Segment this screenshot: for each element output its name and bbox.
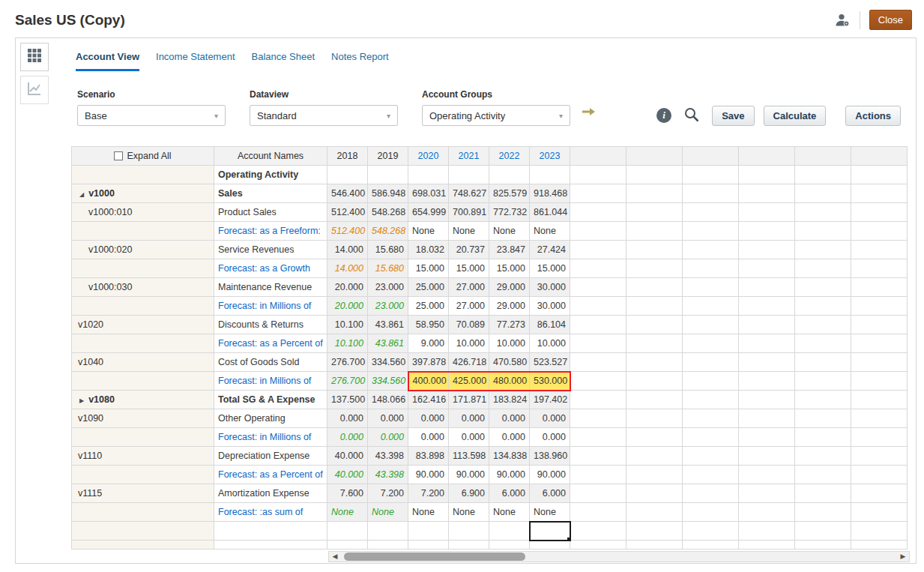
grid-cell-empty[interactable] [851, 447, 908, 466]
grid-cell-empty[interactable] [851, 372, 908, 391]
column-header-2021[interactable]: 2021 [449, 147, 489, 166]
grid-cell[interactable]: 14.000 [327, 241, 368, 259]
grid-cell-empty[interactable] [683, 541, 739, 550]
go-arrow-icon[interactable] [582, 106, 596, 121]
grid-cell-empty[interactable] [626, 278, 683, 297]
grid-cell[interactable]: 10.000 [530, 334, 570, 353]
account-id-cell[interactable] [72, 297, 214, 316]
grid-cell-empty[interactable] [570, 428, 626, 447]
grid-cell-empty[interactable] [683, 184, 739, 203]
grid-cell[interactable]: 171.871 [449, 391, 489, 409]
grid-cell-empty[interactable] [626, 409, 683, 428]
grid-cell[interactable]: 0.000 [408, 428, 449, 447]
grid-cell[interactable]: 825.579 [489, 184, 530, 203]
grid-cell-empty[interactable] [570, 278, 626, 297]
grid-cell-empty[interactable] [570, 334, 626, 353]
grid-cell-empty[interactable] [851, 241, 908, 259]
grid-cell-empty[interactable] [570, 484, 626, 503]
account-name-cell[interactable]: Sales [214, 184, 327, 203]
grid-cell-empty[interactable] [795, 316, 851, 334]
grid-cell-empty[interactable] [851, 334, 908, 353]
grid-cell-empty[interactable] [683, 241, 739, 259]
grid-cell-empty[interactable] [570, 316, 626, 334]
grid-cell[interactable]: 43.861 [368, 334, 408, 353]
grid-cell-empty[interactable] [851, 184, 908, 203]
account-name-cell[interactable] [214, 541, 327, 550]
grid-cell[interactable]: 14.000 [327, 259, 368, 278]
grid-cell[interactable]: 6.000 [530, 484, 570, 503]
grid-cell-empty[interactable] [739, 259, 795, 278]
grid-cell-empty[interactable] [795, 278, 851, 297]
grid-cell[interactable]: 7.200 [408, 484, 449, 503]
grid-cell[interactable]: 0.000 [489, 428, 530, 447]
chart-view-button[interactable] [20, 76, 49, 104]
grid-cell-empty[interactable] [626, 334, 683, 353]
grid-cell[interactable] [368, 541, 408, 550]
grid-cell-empty[interactable] [739, 503, 795, 522]
grid-cell-empty[interactable] [570, 409, 626, 428]
grid-cell[interactable]: 918.468 [530, 184, 570, 203]
grid-cell-empty[interactable] [570, 166, 626, 184]
grid-cell-empty[interactable] [739, 222, 795, 241]
grid-cell[interactable]: 400.000 [408, 372, 449, 391]
grid-cell[interactable]: 10.100 [327, 316, 368, 334]
grid-cell[interactable]: 113.598 [449, 447, 489, 466]
account-id-cell[interactable]: v1020 [72, 316, 214, 334]
grid-cell[interactable]: 861.044 [530, 203, 570, 222]
grid-cell[interactable]: 530.000 [530, 372, 570, 391]
grid-cell-empty[interactable] [626, 522, 683, 541]
column-header-2020[interactable]: 2020 [408, 147, 449, 166]
grid-cell[interactable]: 480.000 [489, 372, 530, 391]
grid-cell[interactable]: 15.000 [449, 259, 489, 278]
grid-cell-empty[interactable] [851, 297, 908, 316]
scenario-select[interactable]: Base ▾ [77, 105, 226, 126]
search-icon[interactable] [683, 106, 700, 123]
grid-cell-empty[interactable] [739, 522, 795, 541]
grid-cell[interactable] [449, 166, 489, 184]
grid-cell-empty[interactable] [739, 391, 795, 409]
grid-cell[interactable]: 548.268 [368, 222, 408, 241]
grid-cell[interactable]: 43.861 [368, 316, 408, 334]
grid-cell[interactable]: None [449, 503, 489, 522]
account-id-cell[interactable] [72, 222, 214, 241]
grid-cell[interactable]: None [449, 222, 489, 241]
account-name-cell[interactable]: Discounts & Returns [214, 316, 327, 334]
grid-cell-empty[interactable] [570, 372, 626, 391]
grid-cell-empty[interactable] [683, 166, 739, 184]
grid-cell-empty[interactable] [626, 391, 683, 409]
grid-cell[interactable]: 334.560 [368, 353, 408, 372]
grid-cell[interactable]: 0.000 [530, 409, 570, 428]
grid-cell[interactable]: 29.000 [489, 297, 530, 316]
grid-cell[interactable]: 20.000 [327, 297, 368, 316]
account-id-cell[interactable] [72, 466, 214, 484]
collapse-toggle-icon[interactable]: ◢ [79, 191, 84, 198]
grid-cell-empty[interactable] [851, 222, 908, 241]
account-name-cell[interactable]: Other Operating [214, 409, 327, 428]
grid-cell[interactable]: 7.600 [327, 484, 368, 503]
forecast-link[interactable]: Forecast: in Millions of [214, 372, 327, 391]
grid-cell[interactable]: 90.000 [449, 466, 489, 484]
grid-cell[interactable] [327, 522, 368, 541]
account-id-cell[interactable]: v1040 [72, 353, 214, 372]
grid-cell-empty[interactable] [683, 428, 739, 447]
forecast-link[interactable]: Forecast: in Millions of [214, 428, 327, 447]
grid-cell-empty[interactable] [739, 428, 795, 447]
grid-cell[interactable]: 29.000 [489, 278, 530, 297]
account-name-cell[interactable]: Service Revenues [214, 241, 327, 259]
expand-all-checkbox[interactable] [114, 151, 123, 160]
grid-cell[interactable]: 512.400 [327, 203, 368, 222]
grid-cell[interactable]: None [489, 503, 530, 522]
grid-cell-empty[interactable] [739, 297, 795, 316]
grid-cell-empty[interactable] [795, 259, 851, 278]
grid-cell[interactable] [368, 522, 408, 541]
grid-cell[interactable]: None [489, 222, 530, 241]
tab-balance-sheet[interactable]: Balance Sheet [252, 51, 315, 71]
grid-cell[interactable]: 15.000 [408, 259, 449, 278]
grid-cell-empty[interactable] [683, 447, 739, 466]
grid-cell-empty[interactable] [626, 222, 683, 241]
grid-cell-empty[interactable] [795, 522, 851, 541]
account-id-cell[interactable] [72, 372, 214, 391]
grid-cell[interactable]: 86.104 [530, 316, 570, 334]
grid-cell[interactable]: 548.268 [368, 203, 408, 222]
account-id-cell[interactable] [72, 428, 214, 447]
